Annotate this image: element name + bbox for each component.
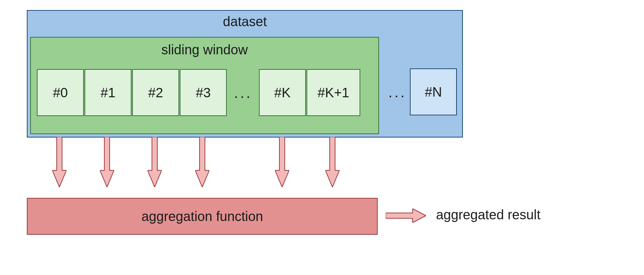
down-arrow-icon [275,137,289,187]
dataset-label: dataset [28,14,462,29]
cell-n: #N [410,68,457,115]
down-arrow-icon [100,137,114,187]
diagram-stage: dataset sliding window #0 #1 #2 #3 ... #… [27,10,617,265]
down-arrow-icon [325,137,339,187]
dataset-box: dataset sliding window #0 #1 #2 #3 ... #… [27,10,463,138]
cell-k: #K [259,69,306,116]
sliding-window-box: sliding window #0 #1 #2 #3 ... #K #K+1 [30,37,379,134]
aggregation-label: aggregation function [142,209,263,224]
inner-ellipsis: ... [231,85,255,101]
down-arrow-icon [52,137,66,187]
sliding-window-label: sliding window [31,42,378,57]
down-arrow-icon [195,137,209,187]
right-arrow-icon [386,209,426,223]
cell-0: #0 [37,69,84,116]
aggregated-result-label: aggregated result [436,207,540,222]
cell-k1: #K+1 [307,69,360,116]
cell-1: #1 [85,69,131,116]
down-arrow-icon [148,137,162,187]
cell-2: #2 [132,69,179,116]
aggregation-box: aggregation function [27,198,378,235]
outer-ellipsis: ... [386,84,409,101]
cell-3: #3 [180,69,227,116]
